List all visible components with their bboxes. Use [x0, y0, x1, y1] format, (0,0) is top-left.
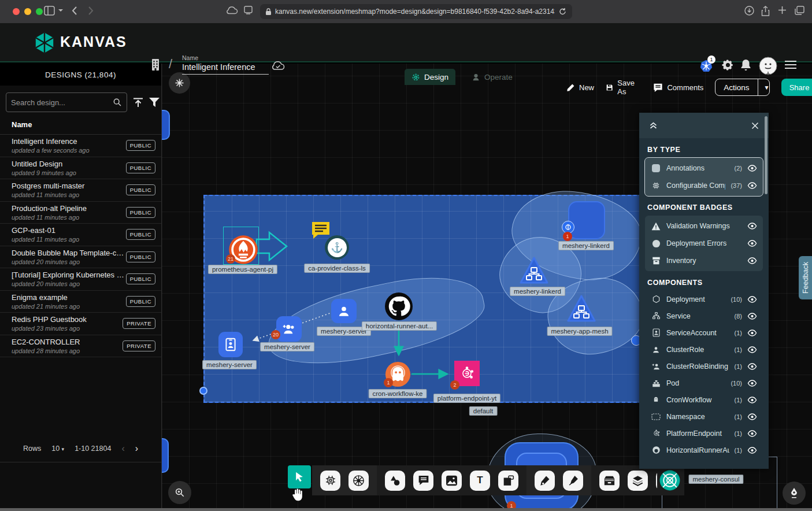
- next-page-icon[interactable]: ›: [135, 443, 138, 454]
- meshery-server-clusterrole-node[interactable]: [331, 299, 357, 323]
- forward-icon[interactable]: [88, 6, 94, 16]
- close-panel-icon[interactable]: [751, 121, 759, 130]
- eye-icon[interactable]: [747, 165, 757, 172]
- new-tab-icon[interactable]: [778, 6, 787, 14]
- eye-icon[interactable]: [747, 346, 757, 353]
- meshery-logo-button[interactable]: [657, 465, 683, 495]
- meshery-linkerd-service-node[interactable]: [519, 256, 549, 285]
- eye-icon[interactable]: [747, 313, 757, 320]
- chevron-down-icon[interactable]: [58, 9, 64, 13]
- panel-row-serviceaccount[interactable]: ServiceAccount (1): [645, 324, 763, 341]
- actions-button[interactable]: Actions▼: [715, 79, 769, 96]
- eye-icon[interactable]: [747, 223, 757, 229]
- selection-handle[interactable]: [199, 387, 207, 395]
- design-name-input[interactable]: [182, 62, 269, 75]
- design-list-item[interactable]: Double Bubble Map Template-copyupdated 2…: [0, 246, 161, 269]
- eye-icon[interactable]: [747, 413, 757, 420]
- panel-row-platformendpoint[interactable]: PlatformEndpoint (1): [645, 425, 763, 442]
- share-button[interactable]: Share: [781, 79, 812, 96]
- horizontal-runner-node[interactable]: [385, 292, 413, 320]
- design-list-item[interactable]: Redis PHP Guestbookupdated 23 minutes ag…: [0, 313, 161, 335]
- panel-row-service[interactable]: Service (8): [645, 308, 763, 324]
- panel-row-configurable-components[interactable]: Configurable Compon… (37): [645, 177, 763, 194]
- meshery-server-serviceaccount-node[interactable]: [218, 332, 243, 357]
- design-list-item[interactable]: Postgres multi-masterupdated 11 minutes …: [0, 179, 161, 202]
- panel-row-validation-warnings[interactable]: Validation Warnings: [645, 217, 763, 235]
- panel-row-deployment-errors[interactable]: Deployment Errors: [645, 235, 763, 252]
- eye-icon[interactable]: [747, 380, 757, 387]
- design-list-item[interactable]: Intelligent Inferenceupdated a few secon…: [0, 135, 161, 157]
- meshery-linkerd-deployment-node[interactable]: [568, 201, 605, 239]
- hamburger-menu-icon[interactable]: [785, 60, 796, 69]
- eye-icon[interactable]: [747, 363, 757, 370]
- arrow-shape[interactable]: [255, 230, 289, 262]
- search-input[interactable]: [11, 98, 113, 107]
- comment-annotation-icon[interactable]: [311, 221, 331, 239]
- comments-button[interactable]: Comments: [653, 83, 703, 92]
- design-list-item[interactable]: GCP-east-01updated 11 minutes agoPUBLIC: [0, 224, 161, 246]
- eye-icon[interactable]: [747, 240, 757, 247]
- eye-icon[interactable]: [747, 296, 757, 303]
- prev-page-icon[interactable]: ‹: [121, 443, 124, 454]
- ca-provider-node[interactable]: ⚓: [325, 235, 349, 260]
- meshery-app-mesh-service-node[interactable]: [566, 294, 596, 323]
- eye-icon[interactable]: [747, 257, 757, 264]
- tab-design[interactable]: Design: [405, 69, 455, 85]
- panel-row-horizontalrunnerautoscaler[interactable]: HorizontalRunnerAutos… (1): [645, 442, 763, 458]
- panel-row-inventory[interactable]: Inventory: [645, 252, 763, 269]
- settings-gear-icon[interactable]: [722, 59, 734, 71]
- kubernetes-context-icon[interactable]: 1: [699, 59, 713, 73]
- minimize-window-button[interactable]: [24, 8, 31, 15]
- sidebar-toggle-icon[interactable]: [44, 6, 55, 16]
- comment-tool[interactable]: [413, 471, 433, 491]
- cloud-icon[interactable]: [225, 6, 238, 14]
- panel-row-namespace[interactable]: Namespace (1): [645, 408, 763, 425]
- filter-icon[interactable]: [149, 98, 160, 107]
- panel-row-clusterrole[interactable]: ClusterRole (1): [645, 341, 763, 358]
- panel-row-clusterrolebinding[interactable]: ClusterRoleBinding (1): [645, 358, 763, 375]
- import-design-icon[interactable]: [133, 98, 143, 108]
- reader-icon[interactable]: [244, 6, 253, 15]
- design-search-box[interactable]: [6, 92, 127, 112]
- zoom-window-button[interactable]: [36, 8, 43, 15]
- back-icon[interactable]: [72, 6, 77, 16]
- panel-row-annotations[interactable]: Annotations (2): [645, 160, 763, 177]
- shapes-tool[interactable]: [385, 471, 405, 491]
- design-list-item[interactable]: EC2-CONTROLLERupdated 28 minutes agoPRIV…: [0, 335, 161, 358]
- pen-tool[interactable]: [535, 471, 555, 491]
- url-bar[interactable]: kanvas.new/extension/meshmap?mode=design…: [260, 4, 572, 19]
- snowflake-button[interactable]: [169, 72, 190, 94]
- pen-mode-button[interactable]: [783, 482, 806, 505]
- panel-row-cronworkflow[interactable]: CronWorkflow (1): [645, 391, 763, 408]
- save-as-button[interactable]: Save As: [606, 79, 642, 96]
- panel-row-pod[interactable]: Pod (10): [645, 375, 763, 391]
- eye-icon[interactable]: [747, 430, 757, 437]
- design-list-item[interactable]: [Tutorial] Exploring Kubernetes Podupdat…: [0, 268, 161, 291]
- meshery-server-clusterrolebinding-node[interactable]: [276, 316, 302, 342]
- reload-icon[interactable]: [559, 8, 566, 16]
- panel-scrollbar[interactable]: [765, 116, 767, 194]
- eye-icon[interactable]: [747, 397, 757, 403]
- zoom-button[interactable]: [168, 481, 191, 504]
- design-list-item[interactable]: Production-alt Pipelineupdated 11 minute…: [0, 202, 161, 224]
- design-list-item[interactable]: Enigma exampleupdated 21 minutes agoPUBL…: [0, 291, 161, 313]
- feedback-tab[interactable]: Feedback: [799, 256, 812, 299]
- layers-tool[interactable]: [628, 471, 648, 491]
- design-list-item[interactable]: Untitled Designupdated 9 minutes agoPUBL…: [0, 157, 161, 180]
- actions-caret-icon[interactable]: ▼: [758, 79, 770, 95]
- avatar[interactable]: [759, 57, 777, 75]
- close-window-button[interactable]: [13, 8, 20, 15]
- tab-overview-icon[interactable]: [795, 6, 804, 15]
- image-tool[interactable]: [442, 471, 462, 491]
- text-tool[interactable]: T: [470, 471, 490, 491]
- component-shapes-tool[interactable]: [320, 471, 340, 491]
- sticky-note-tool[interactable]: [498, 471, 518, 491]
- kanvas-logo-icon[interactable]: [33, 31, 56, 55]
- cloud-sync-icon[interactable]: [270, 60, 286, 71]
- collapse-panel-icon[interactable]: [648, 121, 658, 131]
- new-button[interactable]: New: [566, 83, 594, 92]
- downloads-icon[interactable]: [744, 6, 754, 16]
- organization-icon[interactable]: [149, 58, 162, 72]
- panel-row-deployment[interactable]: Deployment (10): [645, 291, 763, 308]
- kubernetes-tool[interactable]: [348, 471, 369, 491]
